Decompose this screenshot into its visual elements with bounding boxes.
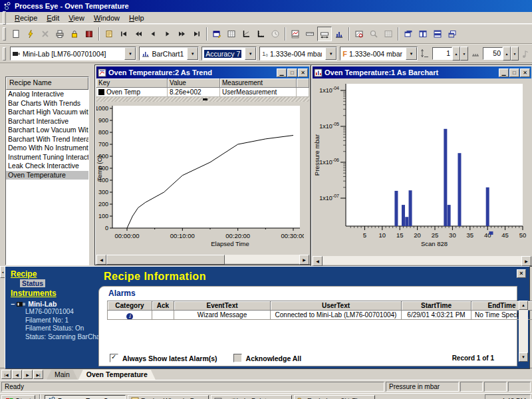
scroll-left-icon[interactable]: ◀: [96, 255, 106, 265]
grid-display-button[interactable]: [224, 27, 239, 41]
audio-note-button[interactable]: [520, 47, 531, 61]
magnifier-button[interactable]: [366, 27, 381, 41]
close-icon[interactable]: ✕: [298, 68, 308, 77]
stop-button[interactable]: [38, 27, 53, 41]
menu-edit[interactable]: Edit: [42, 13, 64, 23]
tiled-display-button[interactable]: [253, 27, 268, 41]
minimize-icon[interactable]: ▁: [499, 68, 509, 77]
acknowledge-all-label[interactable]: Acknowledge All: [246, 354, 302, 362]
acknowledge-all-checkbox[interactable]: [233, 354, 242, 362]
alarm-column-header[interactable]: EventText: [174, 301, 271, 311]
alarm-column-header[interactable]: UserText: [271, 301, 402, 311]
cascade-windows-button[interactable]: [401, 27, 416, 41]
barchart-window-titlebar[interactable]: Oven Temperature:1 As Barchart ▁□✕: [313, 66, 531, 78]
menu-recipe[interactable]: Recipe: [10, 13, 42, 23]
close-icon[interactable]: ✕: [520, 68, 530, 77]
maximize-icon[interactable]: □: [287, 68, 297, 77]
alarm-column-header[interactable]: Ack: [152, 301, 174, 311]
close-icon[interactable]: ×: [517, 269, 526, 278]
accuracy-combo[interactable]: Accuracy 7 ▼: [201, 47, 257, 61]
tab-first-icon[interactable]: |◀: [1, 370, 11, 379]
menu-help[interactable]: Help: [124, 13, 149, 23]
tab-next-icon[interactable]: ▶: [23, 370, 33, 379]
scroll-right-icon[interactable]: ▶: [521, 256, 531, 266]
filament-combo[interactable]: F 1.333e-004 mbar ▼: [340, 47, 418, 61]
recipe-item[interactable]: Demo With No Instrument: [6, 144, 88, 153]
tree-expander-icon[interactable]: −: [11, 300, 15, 308]
clock-button[interactable]: [268, 27, 283, 41]
chevron-down-icon[interactable]: ▼: [124, 47, 136, 60]
tab-prev-icon[interactable]: ◀: [12, 370, 22, 379]
toolbar-grip[interactable]: [3, 47, 6, 61]
trend-window-titlebar[interactable]: Oven Temperature:2 As Trend ▁□✕: [96, 66, 309, 78]
chevron-down-icon[interactable]: ▼: [406, 47, 417, 60]
rewind-button[interactable]: [131, 27, 146, 41]
value-column-header[interactable]: Value: [168, 78, 220, 88]
scroll-right-icon[interactable]: ▶: [299, 255, 309, 265]
axis-min-spinner[interactable]: 1 ▲▼: [432, 47, 468, 61]
run-lightning-button[interactable]: [23, 27, 38, 41]
taskbar-button[interactable]: Recipe Wizard - Process E...: [128, 395, 209, 399]
taskbar-button[interactable]: untitled - Paint: [211, 395, 292, 399]
recipe-item[interactable]: Leak Check Interactive: [6, 162, 88, 171]
arrange-icons-button[interactable]: [445, 27, 460, 41]
window-titlebar[interactable]: Process Eye - Oven Temperature: [0, 0, 532, 12]
step-back-button[interactable]: [146, 27, 160, 41]
go-first-button[interactable]: [116, 27, 131, 41]
recipe-item[interactable]: Barchart With Trend Interact...: [6, 135, 88, 144]
recipe-item[interactable]: Barchart High Vacuum with ...: [6, 108, 88, 117]
alarm-column-header[interactable]: StartTime: [402, 301, 471, 311]
spin-down-icon[interactable]: ▼: [460, 47, 468, 61]
scan-range-spinner[interactable]: 50 ▲▼: [483, 47, 519, 61]
tab-oven-temperature[interactable]: Oven Temperature: [78, 370, 156, 380]
splitter-handle[interactable]: [96, 97, 309, 102]
measurement-column-header[interactable]: Measurement: [220, 78, 297, 88]
alarms-vertical-scrollbar[interactable]: ▲ ▼: [519, 301, 528, 362]
axis-min-value[interactable]: 1: [432, 47, 452, 60]
menu-window[interactable]: Window: [89, 13, 124, 23]
recipe-item[interactable]: Analog Interactive: [6, 90, 88, 99]
trend-display-button[interactable]: [239, 27, 253, 41]
recipe-item[interactable]: Barchart Interactive: [6, 117, 88, 126]
properties-button[interactable]: [209, 27, 224, 41]
help-book-button[interactable]: [82, 27, 96, 41]
data-grid-button[interactable]: [381, 27, 396, 41]
alarm-column-header[interactable]: Category: [107, 301, 152, 311]
spin-up-icon[interactable]: ▲: [452, 47, 460, 61]
chevron-down-icon[interactable]: ▼: [325, 47, 336, 60]
chart-zoom-button[interactable]: [352, 27, 366, 41]
go-last-button[interactable]: [190, 27, 204, 41]
always-show-checkbox[interactable]: [110, 354, 118, 362]
recipe-item[interactable]: Barchart Low Vacuum With ...: [6, 126, 88, 135]
minimize-icon[interactable]: ▁: [277, 68, 287, 77]
recipe-item[interactable]: Oven Temperature: [6, 171, 88, 180]
menu-view[interactable]: View: [64, 13, 89, 23]
new-recipe-button[interactable]: [9, 27, 23, 41]
ruler-button[interactable]: [303, 27, 317, 41]
instrument-tree-root[interactable]: − Mini-Lab: [11, 300, 97, 308]
scroll-up-icon[interactable]: ▲: [519, 301, 528, 310]
scan-range-value[interactable]: 50: [483, 47, 503, 60]
scroll-down-icon[interactable]: ▼: [519, 352, 528, 362]
taskbar-button[interactable]: Process Eye - Oven ...: [45, 395, 126, 399]
tile-vertical-button[interactable]: [416, 27, 430, 41]
print-button[interactable]: [53, 27, 67, 41]
spin-down-icon[interactable]: ▼: [511, 47, 519, 61]
key-column-header[interactable]: Key: [96, 78, 168, 88]
status-link[interactable]: Status: [20, 279, 45, 287]
scroll-left-icon[interactable]: ◀: [313, 256, 323, 266]
taskbar-button[interactable]: Exploring - 3½ Floppy (A:): [294, 395, 375, 399]
chevron-down-icon[interactable]: ▼: [187, 47, 198, 60]
recipe-list-header[interactable]: Recipe Name: [6, 77, 88, 90]
trend-ruler-button[interactable]: [288, 27, 303, 41]
recipe-link[interactable]: Recipe: [11, 269, 37, 279]
alarm-row[interactable]: iWizard MessageConnected to Mini-Lab (LM…: [107, 311, 532, 320]
ion-gauge-combo[interactable]: 1₀ 1.333e-004 mbar ▼: [259, 47, 337, 61]
tab-last-icon[interactable]: ▶|: [33, 370, 43, 379]
instruments-link[interactable]: Instruments: [11, 289, 57, 298]
barchart-horizontal-scrollbar[interactable]: ◀ ▶: [313, 256, 531, 265]
spin-up-icon[interactable]: ▲: [503, 47, 511, 61]
tile-horizontal-button[interactable]: [430, 27, 445, 41]
barchart-display-button[interactable]: [332, 27, 346, 41]
recipe-item[interactable]: Instrument Tuning Interactive: [6, 153, 88, 162]
